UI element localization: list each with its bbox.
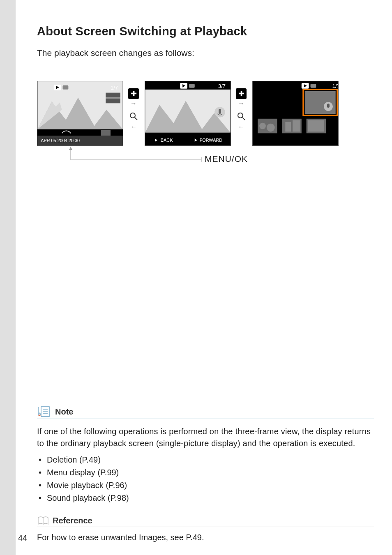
note-icon [37,405,51,418]
reference-body: For how to erase unwanted Images, see P.… [37,533,374,542]
list-item: Menu display (P.99) [37,466,374,479]
note-heading-row: Note [37,405,374,419]
svg-rect-37 [41,407,49,417]
reference-heading: Reference [53,516,92,525]
list-item: Sound playback (P.98) [37,492,374,504]
section-title: About Screen Switching at Playback [37,25,374,38]
figure-row: 1/7 APR 05 2004 20:30 ✚ → ← [37,81,374,171]
list-item: Deletion (P.49) [37,454,374,466]
note-heading: Note [55,407,73,417]
note-body: If one of the following operations is pe… [37,426,374,449]
reference-heading-row: Reference [37,515,374,527]
open-book-icon [37,515,49,526]
list-item: Movie playback (P.96) [37,479,374,492]
menu-ok-label: MENU/OK [205,154,248,164]
flow-bracket [37,81,341,167]
note-list: Deletion (P.49) Menu display (P.99) Movi… [37,454,374,504]
intro-text: The playback screen changes as follows: [37,48,374,58]
page-number: 44 [18,533,27,543]
left-sidebar [0,0,16,555]
page-content: About Screen Switching at Playback The p… [16,0,392,542]
